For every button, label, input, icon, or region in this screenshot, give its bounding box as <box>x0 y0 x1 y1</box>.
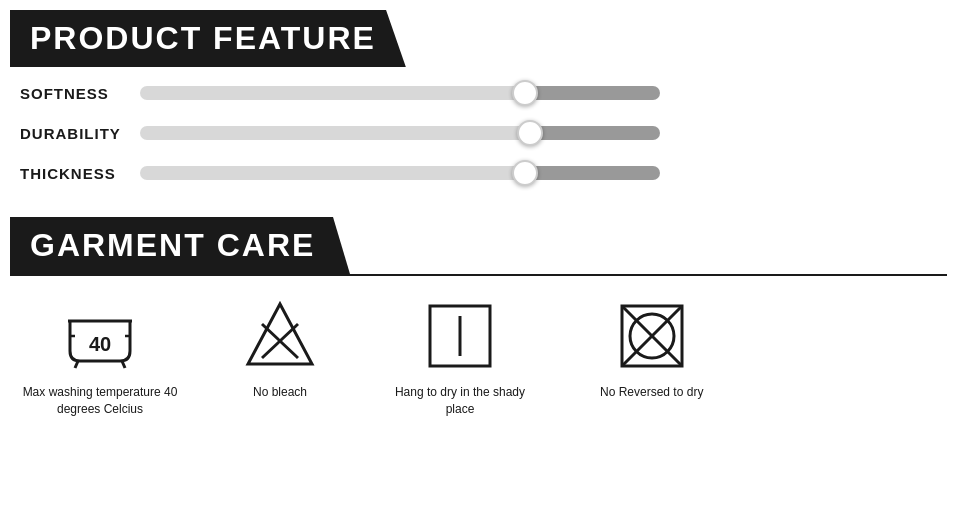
product-feature-header-wrapper: PRODUCT FEATURE <box>10 10 406 67</box>
garment-care-header-wrapper: GARMENT CARE <box>10 217 350 274</box>
no-bleach-icon <box>240 296 320 376</box>
wash-40-icon: 40 <box>60 296 140 376</box>
durability-row: DURABILITY <box>20 122 937 144</box>
wash-40-label: Max washing temperature 40 degrees Celci… <box>20 384 180 418</box>
svg-marker-6 <box>248 304 312 364</box>
thickness-track <box>140 166 660 180</box>
softness-track <box>140 86 660 100</box>
softness-slider-container[interactable] <box>140 82 660 104</box>
care-item-wash-40: 40 Max washing temperature 40 degrees Ce… <box>20 296 180 418</box>
durability-track <box>140 126 660 140</box>
care-item-no-bleach: No bleach <box>240 296 320 401</box>
thickness-row: THICKNESS <box>20 162 937 184</box>
durability-label: DURABILITY <box>20 125 140 142</box>
thickness-thumb[interactable] <box>512 160 538 186</box>
svg-line-4 <box>122 361 125 368</box>
care-item-no-reversed-dry: No Reversed to dry <box>600 296 703 401</box>
no-reversed-dry-label: No Reversed to dry <box>600 384 703 401</box>
care-icons-row: 40 Max washing temperature 40 degrees Ce… <box>0 276 957 428</box>
features-container: SOFTNESS DURABILITY THICKNESS <box>0 67 957 212</box>
svg-text:40: 40 <box>89 333 111 355</box>
durability-slider-container[interactable] <box>140 122 660 144</box>
softness-thumb[interactable] <box>512 80 538 106</box>
no-reversed-dry-icon <box>612 296 692 376</box>
thickness-label: THICKNESS <box>20 165 140 182</box>
durability-thumb[interactable] <box>517 120 543 146</box>
svg-line-3 <box>75 361 78 368</box>
product-feature-title: PRODUCT FEATURE <box>30 20 376 57</box>
softness-label: SOFTNESS <box>20 85 140 102</box>
no-bleach-label: No bleach <box>253 384 307 401</box>
softness-row: SOFTNESS <box>20 82 937 104</box>
thickness-slider-container[interactable] <box>140 162 660 184</box>
care-item-hang-dry-shade: Hang to dry in the shady place <box>380 296 540 418</box>
hang-dry-shade-icon <box>420 296 500 376</box>
hang-dry-shade-label: Hang to dry in the shady place <box>380 384 540 418</box>
garment-care-title: GARMENT CARE <box>30 227 320 264</box>
